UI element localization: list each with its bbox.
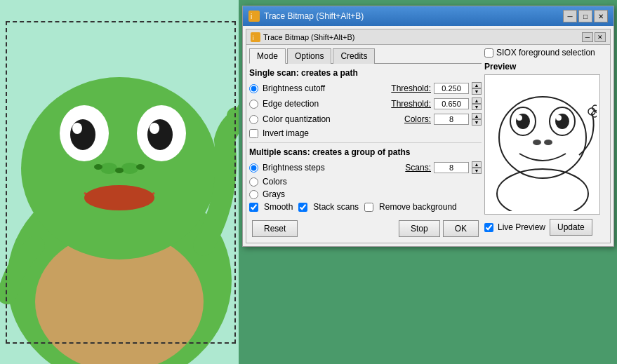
- invert-image-checkbox[interactable]: [249, 129, 258, 138]
- svg-point-8: [72, 123, 82, 134]
- color-quantization-radio[interactable]: [249, 115, 258, 124]
- svg-rect-23: [488, 78, 597, 211]
- edge-detection-left: Edge detection: [249, 99, 391, 109]
- brightness-steps-row: Brightness steps Scans: ▲ ▼: [249, 161, 482, 174]
- threshold-up-1[interactable]: ▲: [472, 82, 482, 88]
- canvas-background: [0, 0, 239, 364]
- minimize-button[interactable]: ─: [563, 10, 577, 22]
- maximize-button[interactable]: □: [578, 10, 592, 22]
- colors-radio[interactable]: [249, 177, 258, 187]
- threshold-down-2[interactable]: ▼: [472, 104, 482, 110]
- stop-button[interactable]: Stop: [399, 220, 440, 237]
- remove-background-label: Remove background: [379, 202, 457, 212]
- single-scan-title: Single scan: creates a path: [249, 68, 482, 78]
- grays-row: Grays: [249, 189, 482, 199]
- siox-checkbox[interactable]: [484, 48, 493, 58]
- threshold-spinner-2: ▲ ▼: [472, 97, 482, 110]
- scans-spinner: ▲ ▼: [472, 161, 482, 174]
- remove-background-checkbox[interactable]: [364, 203, 373, 212]
- svg-text:i: i: [253, 34, 254, 41]
- inner-title-left: i Trace Bitmap (Shift+Alt+B): [251, 32, 354, 42]
- right-panel: SIOX foreground selection Preview: [484, 48, 607, 240]
- title-controls: ─ □ ✕: [563, 10, 608, 22]
- threshold-input-1[interactable]: [434, 83, 469, 94]
- brightness-steps-left: Brightness steps: [249, 163, 405, 173]
- smooth-checkbox[interactable]: [249, 203, 258, 212]
- svg-point-13: [115, 168, 124, 173]
- multiple-scan-title: Multiple scans: creates a group of paths: [249, 147, 482, 157]
- colors-label: Colors:: [404, 114, 431, 124]
- svg-point-7: [147, 119, 173, 150]
- brightness-cutoff-radio[interactable]: [249, 84, 258, 93]
- svg-point-14: [136, 164, 145, 170]
- svg-point-27: [517, 115, 522, 121]
- edge-detection-radio[interactable]: [249, 100, 258, 109]
- live-preview-checkbox[interactable]: [484, 223, 493, 232]
- colors-spinner: ▲ ▼: [472, 113, 482, 126]
- colors-row: Colors: [249, 177, 482, 187]
- trace-bitmap-dialog: i Trace Bitmap (Shift+Alt+B) ─ □ ✕ i Tra…: [242, 6, 614, 247]
- close-button[interactable]: ✕: [594, 10, 608, 22]
- scans-down[interactable]: ▼: [472, 168, 482, 174]
- update-button[interactable]: Update: [550, 219, 592, 236]
- window-title: Trace Bitmap (Shift+Alt+B): [264, 11, 364, 21]
- grays-radio[interactable]: [249, 190, 258, 199]
- colors-up[interactable]: ▲: [472, 113, 482, 119]
- brightness-steps-right: Scans: ▲ ▼: [405, 161, 482, 174]
- brightness-steps-label: Brightness steps: [263, 163, 325, 173]
- section-divider: [249, 142, 482, 143]
- color-quantization-right: Colors: ▲ ▼: [404, 113, 482, 126]
- brightness-steps-radio[interactable]: [249, 163, 258, 173]
- ok-button[interactable]: OK: [443, 220, 479, 237]
- inner-dialog: i Trace Bitmap (Shift+Alt+B) ─ ✕ Mode Op…: [246, 29, 611, 243]
- svg-point-30: [556, 115, 562, 121]
- invert-image-row: Invert image: [249, 128, 482, 138]
- left-panel: Mode Options Credits Single scan: create…: [249, 48, 482, 240]
- color-quantization-label: Color quantization: [263, 114, 331, 124]
- svg-point-6: [70, 119, 95, 150]
- scans-label: Scans:: [405, 163, 431, 173]
- title-bar-left: i Trace Bitmap (Shift+Alt+B): [248, 11, 364, 22]
- siox-row: SIOX foreground selection: [484, 48, 607, 58]
- reset-button[interactable]: Reset: [252, 220, 298, 237]
- smooth-label: Smooth: [264, 202, 293, 212]
- brightness-cutoff-row: Brightness cutoff Threshold: ▲ ▼: [249, 82, 482, 95]
- live-preview-label: Live Preview: [498, 222, 545, 232]
- color-quantization-left: Color quantization: [249, 114, 404, 124]
- svg-point-9: [150, 123, 159, 134]
- threshold-up-2[interactable]: ▲: [472, 97, 482, 104]
- scans-up[interactable]: ▲: [472, 161, 482, 168]
- threshold-input-2[interactable]: [434, 98, 469, 109]
- colors-down[interactable]: ▼: [472, 119, 482, 126]
- brightness-cutoff-label: Brightness cutoff: [263, 83, 325, 93]
- svg-point-32: [544, 140, 552, 145]
- threshold-label-1: Threshold:: [391, 83, 431, 93]
- threshold-spinner-1: ▲ ▼: [472, 82, 482, 95]
- multiple-scan-section: Multiple scans: creates a group of paths…: [249, 147, 482, 212]
- tabs: Mode Options Credits: [249, 48, 482, 64]
- colors-input[interactable]: [434, 114, 469, 125]
- preview-box: [484, 74, 600, 215]
- inner-close-button[interactable]: ✕: [595, 32, 606, 42]
- edge-detection-right: Threshold: ▲ ▼: [391, 97, 482, 110]
- tab-options[interactable]: Options: [287, 48, 331, 64]
- tab-mode[interactable]: Mode: [249, 48, 286, 64]
- siox-label: SIOX foreground selection: [496, 48, 595, 58]
- preview-title: Preview: [484, 62, 607, 72]
- single-scan-section: Single scan: creates a path Brightness c…: [249, 68, 482, 138]
- title-bar: i Trace Bitmap (Shift+Alt+B) ─ □ ✕: [243, 6, 613, 26]
- stack-scans-label: Stack scans: [313, 202, 359, 212]
- threshold-down-1[interactable]: ▼: [472, 88, 482, 95]
- inner-icon: i: [251, 32, 260, 42]
- dialog-content: Mode Options Credits Single scan: create…: [246, 45, 610, 243]
- threshold-label-2: Threshold:: [391, 99, 431, 109]
- svg-point-31: [533, 140, 541, 145]
- frog-image: [0, 0, 239, 364]
- right-buttons: Stop OK: [399, 220, 479, 237]
- svg-point-10: [100, 163, 117, 174]
- stack-scans-checkbox[interactable]: [298, 203, 307, 212]
- inner-minimize-button[interactable]: ─: [582, 32, 593, 42]
- tab-credits[interactable]: Credits: [333, 48, 375, 64]
- inkscape-icon: i: [248, 11, 260, 22]
- scans-input[interactable]: [434, 162, 469, 173]
